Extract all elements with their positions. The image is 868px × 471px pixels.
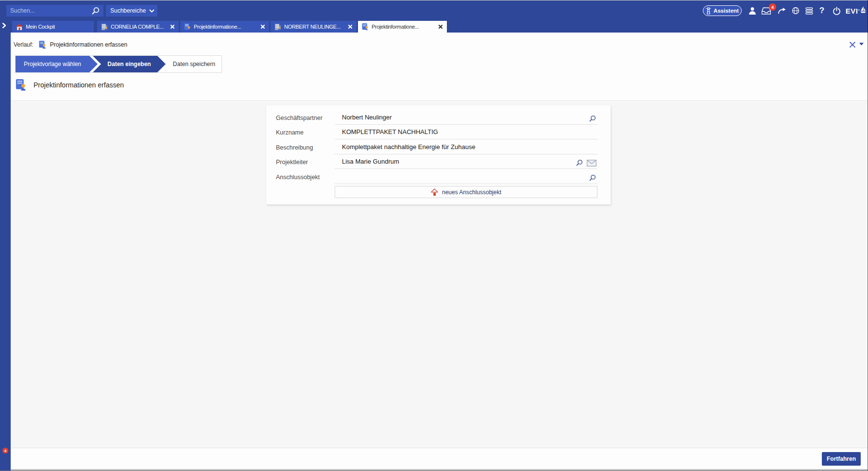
header-band: Verlauf: Projektinformationen erfassen P… (11, 33, 868, 101)
new-connection-object-button[interactable]: neues Anschlussobjekt (335, 186, 597, 198)
tab-close-icon[interactable] (348, 24, 353, 29)
globe-user-icon[interactable] (791, 2, 800, 19)
history-row: Verlauf: Projektinformationen erfassen (14, 40, 127, 50)
page-title: Projektinformationen erfassen (34, 81, 124, 89)
project-icon (362, 23, 369, 31)
form-row-anschlussobjekt: Anschlussobjekt (266, 169, 611, 184)
page-title-row: Projektinformationen erfassen (16, 79, 124, 91)
wizard-stepper: Projektvorlage wählen Daten eingeben Dat… (15, 55, 222, 73)
top-bar: Suchen... Suchbereiche Assistent 4 ? EVI… (0, 0, 868, 18)
forward-arrow-icon[interactable] (777, 2, 786, 19)
mail-icon[interactable] (587, 160, 596, 167)
wizard-step-3[interactable]: Daten speichern (166, 56, 222, 72)
tab-label: NORBERT NEULINGE... (284, 24, 340, 30)
tab-label: Projektinformatione... (372, 24, 419, 30)
field-input[interactable]: Norbert Neulinger (335, 110, 597, 125)
project-icon (184, 23, 191, 31)
field-label: Projektleiter (276, 159, 308, 166)
user-icon[interactable] (748, 2, 757, 19)
field-label: Kurzname (276, 129, 304, 136)
history-label: Verlauf: (14, 41, 34, 48)
new-connection-object-label: neues Anschlussobjekt (442, 189, 501, 196)
field-input[interactable]: Komplettpaket nachhaltige Energie für Zu… (335, 139, 597, 154)
form-row-geschftspartner: GeschäftspartnerNorbert Neulinger (266, 110, 611, 125)
tab-close-icon[interactable] (438, 24, 443, 29)
sidebar-notification-badge: 4 (2, 448, 8, 454)
tab-label: Projektinformatione... (194, 24, 241, 30)
form-row-beschreibung: BeschreibungKomplettpaket nachhaltige En… (266, 139, 611, 154)
dropdown-caret-icon[interactable] (859, 43, 864, 46)
building-icon (101, 23, 108, 30)
wizard-step-2[interactable]: Daten eingeben (93, 56, 166, 72)
project-title-icon (16, 79, 26, 91)
search-placeholder: Suchen... (10, 7, 92, 14)
search-icon[interactable] (576, 159, 583, 166)
search-icon[interactable] (92, 7, 100, 15)
tab-label: Mein Cockpit (26, 24, 55, 30)
home-icon (16, 24, 23, 30)
tab-projektinformatione---[interactable]: Projektinformatione... (180, 21, 269, 33)
field-label: Beschreibung (276, 144, 313, 151)
tab-cornelia-comple---[interactable]: CORNELIA COMPLE... (97, 21, 179, 33)
field-label: Anschlussobjekt (276, 174, 320, 181)
wizard-step-1[interactable]: Projektvorlage wählen (16, 56, 98, 72)
tab-projektinformatione---[interactable]: Projektinformatione... (358, 21, 447, 33)
help-button[interactable]: ? (818, 2, 825, 19)
inbox-badge: 4 (769, 3, 776, 11)
power-icon[interactable] (832, 2, 841, 19)
content-area: neues Anschlussobjekt GeschäftspartnerNo… (11, 101, 868, 448)
brand-logo: EVI° (844, 2, 868, 19)
field-value: Lisa Marie Gundrum (342, 158, 399, 165)
tab-mein-cockpit[interactable]: Mein Cockpit (12, 21, 94, 33)
tab-label: CORNELIA COMPLE... (111, 24, 164, 30)
form-card: neues Anschlussobjekt GeschäftspartnerNo… (266, 105, 611, 204)
search-icon[interactable] (589, 174, 596, 181)
continue-button[interactable]: Fortfahren (822, 452, 861, 466)
project-icon (39, 41, 46, 49)
search-scope-dropdown[interactable]: Suchbereiche (106, 5, 157, 17)
close-icon[interactable] (849, 41, 856, 48)
left-sidebar-strip: 4 (0, 18, 11, 471)
building-icon (274, 23, 281, 30)
sailboat-icon (860, 6, 866, 15)
search-input[interactable]: Suchen... (6, 5, 103, 17)
field-label: Geschäftspartner (276, 115, 323, 121)
field-value: KOMPLETTPAKET NACHHALTIG (342, 128, 438, 135)
field-input[interactable]: Lisa Marie Gundrum (335, 154, 597, 169)
tab-norbert-neulinge---[interactable]: NORBERT NEULINGE... (271, 21, 357, 33)
search-icon[interactable] (589, 115, 596, 122)
database-icon[interactable] (805, 2, 813, 19)
tab-close-icon[interactable] (260, 24, 265, 29)
main-panel: Verlauf: Projektinformationen erfassen P… (11, 33, 868, 471)
assistant-button[interactable]: Assistent (703, 5, 742, 16)
search-scope-label: Suchbereiche (110, 7, 146, 14)
form-row-projektleiter: ProjektleiterLisa Marie Gundrum (266, 154, 611, 169)
lighthouse-icon (706, 7, 711, 15)
chevron-down-icon (149, 9, 154, 13)
expand-sidebar-chevron-icon[interactable] (2, 22, 6, 31)
assistant-label: Assistent (714, 8, 739, 14)
field-value: Norbert Neulinger (342, 114, 392, 121)
form-row-kurzname: KurznameKOMPLETTPAKET NACHHALTIG (266, 124, 611, 139)
history-item[interactable]: Projektinformationen erfassen (50, 41, 127, 48)
brand-text: EVI (846, 7, 858, 15)
window-top-edge (0, 0, 868, 0)
field-input[interactable] (335, 169, 597, 184)
tab-strip: Mein CockpitCORNELIA COMPLE...Projektinf… (0, 18, 868, 33)
field-input[interactable]: KOMPLETTPAKET NACHHALTIG (335, 124, 597, 139)
house-icon (431, 188, 438, 196)
footer-bar: Fortfahren (11, 448, 868, 469)
field-value: Komplettpaket nachhaltige Energie für Zu… (342, 143, 476, 151)
tab-close-icon[interactable] (170, 24, 175, 29)
